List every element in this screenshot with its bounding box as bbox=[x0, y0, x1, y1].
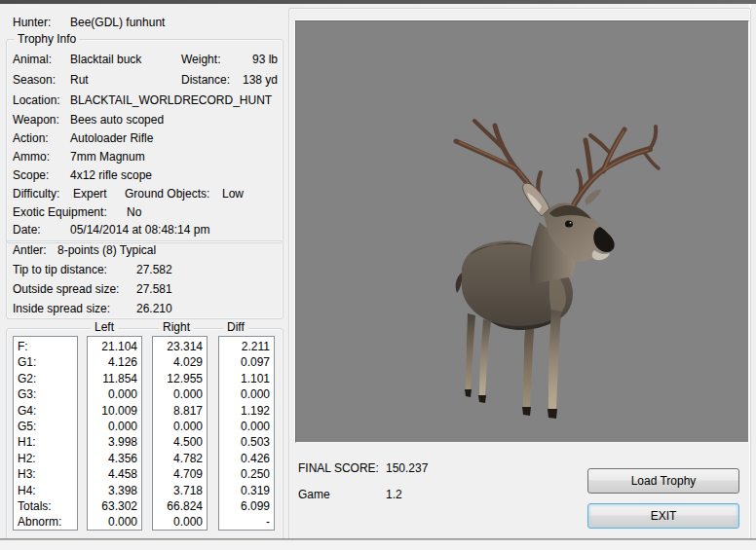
location-value: BLACKTAIL_WORLDRECORD_HUNT bbox=[70, 94, 272, 107]
measurement-cell: 4.126 bbox=[88, 354, 141, 370]
trophy-preview-panel[interactable] bbox=[295, 20, 749, 443]
measurement-cell: H1: bbox=[14, 434, 77, 450]
deer-3d-render-icon bbox=[296, 21, 748, 442]
measurement-cell: Abnorm: bbox=[14, 514, 77, 530]
ammo-label: Ammo: bbox=[13, 151, 50, 164]
animal-label: Animal: bbox=[13, 54, 52, 66]
weight-value: 93 lb bbox=[234, 54, 278, 66]
measurement-cell: 11.854 bbox=[88, 371, 141, 386]
measurement-cell: 4.709 bbox=[153, 466, 207, 482]
measurement-cell: G2: bbox=[14, 371, 77, 386]
measurement-cell: H2: bbox=[14, 451, 77, 466]
hunter-name: Bee(GDL) funhunt bbox=[70, 17, 165, 29]
measurement-cell: 0.097 bbox=[219, 354, 274, 370]
measure-col-right[interactable]: 23.3144.02912.9550.0008.8170.0004.5004.7… bbox=[152, 336, 208, 531]
measurement-cell: 3.718 bbox=[153, 483, 207, 498]
measurement-cell: 0.319 bbox=[219, 483, 274, 498]
inside-spread-value: 26.210 bbox=[136, 303, 172, 315]
game-version-value: 1.2 bbox=[386, 489, 402, 501]
ammo-value: 7mm Magnum bbox=[70, 151, 145, 164]
tip-to-tip-value: 27.582 bbox=[136, 264, 172, 276]
measurement-cell: 3.998 bbox=[88, 434, 141, 450]
measurement-cell: 10.009 bbox=[88, 403, 141, 419]
measure-col-labels[interactable]: F:G1:G2:G3:G4:G5:H1:H2:H3:H4:Totals:Abno… bbox=[13, 336, 78, 531]
hunter-label: Hunter: bbox=[13, 17, 51, 29]
outside-spread-value: 27.581 bbox=[136, 283, 172, 296]
game-version-label: Game bbox=[298, 489, 330, 501]
trophy-viewer-window: Hunter: Bee(GDL) funhunt Trophy Info Ani… bbox=[0, 0, 756, 550]
measurement-cell: 63.302 bbox=[88, 498, 141, 514]
load-trophy-button[interactable]: Load Trophy bbox=[587, 468, 739, 494]
ground-objects-value: Low bbox=[222, 188, 244, 201]
measurement-cell: G5: bbox=[14, 419, 77, 434]
measurement-cell: 0.000 bbox=[153, 419, 207, 434]
measurement-cell: 4.029 bbox=[153, 354, 207, 370]
measurement-cell: G4: bbox=[14, 403, 77, 419]
measure-col-left[interactable]: 21.1044.12611.8540.00010.0090.0003.9984.… bbox=[87, 336, 142, 531]
measurement-cell: 4.782 bbox=[153, 451, 207, 466]
measurement-cell: 1.192 bbox=[219, 403, 274, 419]
column-header-diff: Diff bbox=[223, 321, 248, 334]
weapon-value: Bees auto scoped bbox=[70, 114, 164, 127]
measurement-cell: 3.398 bbox=[88, 483, 141, 498]
window-bottom-frame bbox=[0, 540, 756, 550]
antler-label: Antler: bbox=[13, 244, 47, 257]
measurement-cell: 0.503 bbox=[219, 434, 274, 450]
column-header-left: Left bbox=[91, 321, 118, 334]
measurement-cell: 0.250 bbox=[219, 466, 274, 482]
distance-label: Distance: bbox=[181, 74, 230, 87]
scope-label: Scope: bbox=[13, 169, 49, 182]
animal-value: Blacktail buck bbox=[70, 54, 141, 66]
measurement-cell: 66.824 bbox=[153, 498, 207, 514]
measurement-cell: 8.817 bbox=[153, 403, 207, 419]
measurement-cell: 21.104 bbox=[88, 339, 141, 354]
measurement-cell: 0.000 bbox=[88, 386, 141, 402]
weight-label: Weight: bbox=[181, 54, 220, 66]
measure-col-diff[interactable]: 2.2110.0971.1010.0001.1920.0000.5030.426… bbox=[218, 336, 275, 531]
measurement-cell: 0.426 bbox=[219, 451, 274, 466]
measurement-cell: 12.955 bbox=[153, 371, 207, 386]
measurement-cell: 2.211 bbox=[219, 339, 274, 354]
column-header-right: Right bbox=[159, 321, 194, 334]
difficulty-label: Difficulty: bbox=[13, 188, 59, 201]
date-value: 05/14/2014 at 08:48:14 pm bbox=[70, 224, 209, 237]
measurement-cell: 4.458 bbox=[88, 466, 141, 482]
measurement-cell: 0.000 bbox=[88, 514, 141, 530]
location-label: Location: bbox=[13, 94, 60, 107]
measurement-cell: 0.000 bbox=[153, 386, 207, 402]
weapon-label: Weapon: bbox=[13, 114, 59, 127]
final-score-value: 150.237 bbox=[386, 462, 428, 475]
measurement-cell: 0.000 bbox=[219, 386, 274, 402]
measurement-cell: 0.000 bbox=[88, 419, 141, 434]
measurement-cell: F: bbox=[14, 339, 77, 354]
exotic-equipment-label: Exotic Equipment: bbox=[13, 206, 107, 219]
window-top-edge bbox=[0, 0, 756, 4]
outside-spread-label: Outside spread size: bbox=[13, 283, 119, 296]
measurement-cell: Totals: bbox=[14, 498, 77, 514]
measurement-cell: 1.101 bbox=[219, 371, 274, 386]
measurement-cell: H4: bbox=[14, 483, 77, 498]
trophy-info-title: Trophy Info bbox=[15, 33, 79, 46]
distance-value: 138 yd bbox=[234, 74, 278, 87]
date-label: Date: bbox=[13, 224, 41, 237]
measurement-cell: 4.356 bbox=[88, 451, 141, 466]
exit-button[interactable]: EXIT bbox=[587, 503, 739, 529]
antler-value: 8-points (8) Typical bbox=[57, 244, 156, 257]
measurement-cell: 4.500 bbox=[153, 434, 207, 450]
season-label: Season: bbox=[13, 74, 56, 87]
ground-objects-label: Ground Objects: bbox=[125, 188, 209, 201]
measurement-cell: H3: bbox=[14, 466, 77, 482]
tip-to-tip-label: Tip to tip distance: bbox=[13, 264, 107, 276]
measurement-cell: 6.099 bbox=[219, 498, 274, 514]
exotic-equipment-value: No bbox=[127, 206, 141, 219]
measurement-cell: - bbox=[219, 514, 274, 530]
measurement-cell: G3: bbox=[14, 386, 77, 402]
measurement-cell: 0.000 bbox=[153, 514, 207, 530]
season-value: Rut bbox=[70, 74, 89, 87]
difficulty-value: Expert bbox=[73, 188, 107, 201]
scope-value: 4x12 rifle scope bbox=[70, 169, 152, 182]
inside-spread-label: Inside spread size: bbox=[13, 303, 110, 315]
measurement-cell: 23.314 bbox=[153, 339, 207, 354]
action-label: Action: bbox=[13, 132, 49, 145]
measurement-cell: 0.000 bbox=[219, 419, 274, 434]
